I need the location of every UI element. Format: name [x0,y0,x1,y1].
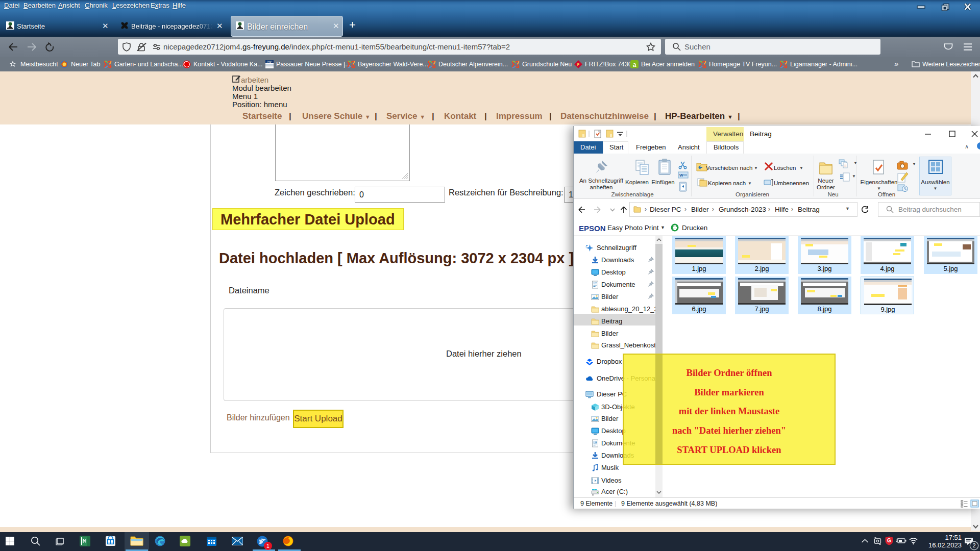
svg-text:2: 2 [972,542,975,548]
svg-text:G: G [887,538,891,543]
svg-text:a: a [633,61,636,68]
svg-text:PNP: PNP [267,60,273,63]
svg-text:W: W [679,173,683,178]
svg-text:F: F [577,63,580,66]
svg-text:1: 1 [266,543,270,549]
